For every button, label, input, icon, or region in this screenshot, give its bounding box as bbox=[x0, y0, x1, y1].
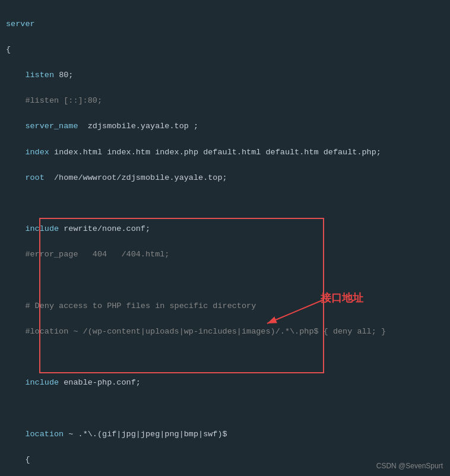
code-line-10: #error_page 404 /404.html; bbox=[6, 248, 444, 261]
code-line-4: #listen [::]:80; bbox=[6, 94, 444, 107]
code-line-17: location ~ .*\.(gif|jpg|jpeg|png|bmp|swf… bbox=[6, 428, 444, 441]
code-line-9: include rewrite/none.conf; bbox=[6, 223, 444, 236]
code-line-15: include enable-php.conf; bbox=[6, 376, 444, 389]
code-line-3: listen 80; bbox=[6, 69, 444, 82]
code-line-7: root /home/wwwroot/zdjsmobile.yayale.top… bbox=[6, 172, 444, 185]
code-line-5: server_name zdjsmobile.yayale.top ; bbox=[6, 120, 444, 133]
code-editor: server { listen 80; #listen [::]:80; ser… bbox=[0, 0, 450, 476]
annotation-text: 接口地址 bbox=[321, 291, 363, 305]
code-line-12: # Deny access to PHP files in specific d… bbox=[6, 300, 444, 313]
code-line-16 bbox=[6, 402, 444, 415]
code-line-14 bbox=[6, 351, 444, 364]
code-line-2: { bbox=[6, 43, 444, 56]
code-line-8 bbox=[6, 197, 444, 210]
code-line-13: #location ~ /(wp-content|uploads|wp-incl… bbox=[6, 325, 444, 338]
code-line-1: server bbox=[6, 18, 444, 31]
code-line-11 bbox=[6, 274, 444, 287]
code-line-6: index index.html index.htm index.php def… bbox=[6, 146, 444, 159]
watermark: CSDN @SevenSpurt bbox=[376, 462, 443, 470]
